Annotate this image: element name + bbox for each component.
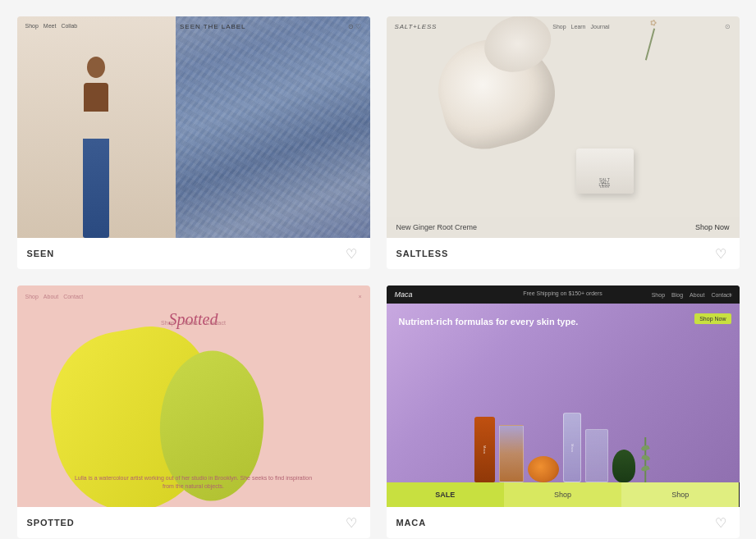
seen-nav-collab[interactable]: Collab [61,23,77,30]
seen-nav: Shop Meet Collab SEEN THE LABEL ⊙ ♡ [17,23,370,30]
spotted-card-footer: SPOTTED ♡ [17,507,370,538]
saltless-brand: SALT+LESS [395,23,438,30]
maca-card-footer: MACA ♡ [387,507,740,538]
maca-hero: Nutrient-rich formulas for every skin ty… [387,304,740,482]
saltless-nav-icon: ⊙ [725,23,731,30]
seen-left-panel [17,16,176,238]
spotted-nav: Shop About Contact [25,294,84,299]
maca-heart-icon[interactable]: ♡ [715,515,730,530]
maca-bottle-2: Maca [563,413,581,482]
seen-image-container: Shop Meet Collab SEEN THE LABEL ⊙ ♡ [17,16,370,238]
card-seen: Shop Meet Collab SEEN THE LABEL ⊙ ♡ [17,16,370,269]
spotted-title-label: SPOTTED [27,518,75,528]
maca-image: Maca Shop Blog About Contact × Free Ship… [387,285,740,507]
gallery-grid: Shop Meet Collab SEEN THE LABEL ⊙ ♡ [17,16,740,538]
maca-brand: Maca [395,290,413,299]
maca-nav-blog[interactable]: Blog [671,292,683,298]
spotted-caption: Lulla is a watercolour artist working ou… [70,474,317,491]
maca-sale-btn[interactable]: SALE [387,482,504,507]
saltless-nav-journal[interactable]: Journal [591,24,610,30]
saltless-cream-jar: SALTLESS [576,148,634,194]
maca-nav-links: Shop Blog About Contact [652,292,731,298]
saltless-fluffy-shape [428,25,566,158]
saltless-heart-icon[interactable]: ♡ [715,246,730,261]
maca-glass-1 [499,425,524,482]
maca-bottle-1: Maca [474,417,495,482]
saltless-title: SALTLESS [396,249,449,258]
seen-title: SEEN [27,249,54,258]
maca-banner: Free Shipping on $150+ orders [523,290,603,296]
saltless-nav-links: Shop Learn Journal [552,24,609,30]
saltless-product-name: New Ginger Root Creme [396,223,478,231]
card-maca: Maca Shop Blog About Contact × Free Ship… [387,285,740,538]
saltless-nav-shop[interactable]: Shop [552,24,566,30]
seen-nav-shop[interactable]: Shop [25,23,39,30]
spotted-nav-contact[interactable]: Contact [63,294,83,299]
maca-nav-shop[interactable]: Shop [652,292,665,298]
maca-orange [528,456,559,482]
seen-card-footer: SEEN ♡ [17,238,370,269]
saltless-shop-now[interactable]: Shop Now [695,223,730,231]
spotted-nav-shop[interactable]: Shop [25,294,39,299]
spotted-nav-right: × [358,294,361,299]
maca-hero-shop-btn[interactable]: Shop Now [694,313,731,324]
maca-close-icon: × [729,291,733,299]
card-saltless: SALT+LESS Shop Learn Journal ⊙ SALTLESS [387,16,740,269]
saltless-image-container: SALT+LESS Shop Learn Journal ⊙ SALTLESS [387,16,740,238]
saltless-nav-learn[interactable]: Learn [571,24,586,30]
saltless-nav: SALT+LESS Shop Learn Journal ⊙ [387,23,740,30]
seen-nav-links: Shop Meet Collab [25,23,78,30]
maca-products: Maca Maca [387,331,740,482]
maca-shop-btn-1[interactable]: Shop [504,482,621,507]
maca-bottom-bar: SALE Shop Shop [387,482,740,507]
spotted-image-container: Shop About Contact × Spotted Shop About … [17,285,370,507]
maca-title: MACA [396,518,427,528]
maca-avocado [612,450,635,482]
maca-shop-btn-2[interactable]: Shop [621,482,739,507]
saltless-card-footer: SALTLESS ♡ [387,238,740,269]
seen-nav-meet[interactable]: Meet [44,23,57,30]
saltless-image: SALT+LESS Shop Learn Journal ⊙ SALTLESS [387,16,740,238]
maca-nav-about[interactable]: About [690,292,704,298]
saltless-flower [645,28,655,60]
spotted-heart-icon[interactable]: ♡ [346,515,360,530]
maca-glass-2 [585,429,608,482]
maca-herb [639,437,652,482]
seen-right-panel [176,16,370,238]
maca-image-container: Maca Shop Blog About Contact × Free Ship… [387,285,740,507]
seen-brand: SEEN THE LABEL [180,23,245,30]
card-spotted: Shop About Contact × Spotted Shop About … [17,285,370,538]
spotted-nav-about[interactable]: About [44,294,58,299]
saltless-footer-bar: New Ginger Root Creme Shop Now [387,217,740,238]
maca-headline: Nutrient-rich formulas for every skin ty… [399,316,579,327]
spotted-sub-links: Shop About Contact [161,320,226,326]
seen-image: Shop Meet Collab SEEN THE LABEL ⊙ ♡ [17,16,370,238]
seen-icons: ⊙ ♡ [348,23,361,30]
spotted-image: Shop About Contact × Spotted Shop About … [17,285,370,507]
seen-heart-icon[interactable]: ♡ [346,246,360,261]
